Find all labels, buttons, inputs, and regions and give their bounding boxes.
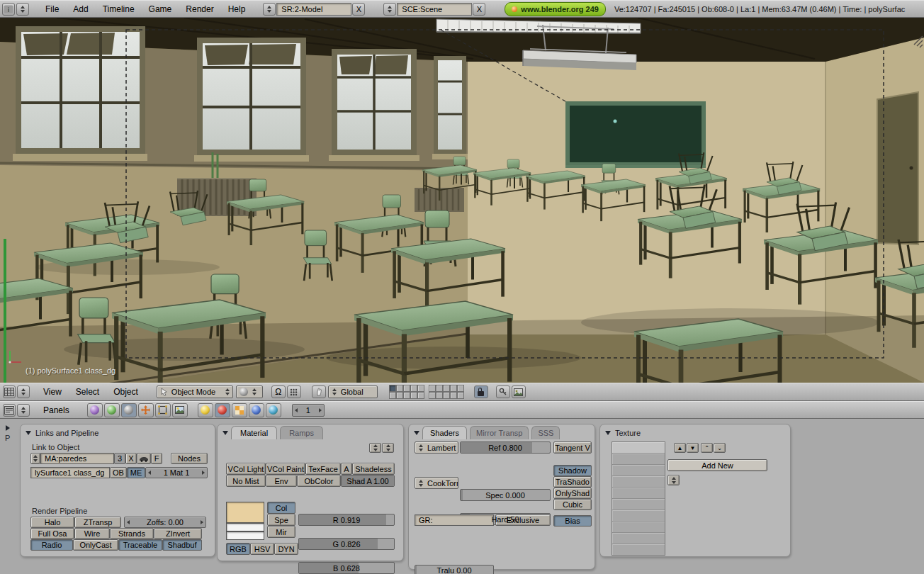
object-name-field[interactable]: lySurface1 class_dg [30,467,110,478]
lamp-buttons-button[interactable] [198,403,213,417]
add-new-texture-button[interactable]: Add New [667,459,767,471]
header-collapse-button[interactable] [17,386,30,398]
texture-prev-button[interactable]: ⌃ [701,443,713,453]
layer-cell[interactable] [450,385,457,392]
halo-toggle[interactable]: Halo [30,517,74,528]
panel-collapse-triangle[interactable] [605,431,611,435]
shadow-toggle[interactable]: Shadow [553,465,592,476]
layer-cell[interactable] [389,392,396,399]
texture-slot[interactable] [612,442,665,454]
menu-help[interactable]: Help [221,1,253,17]
onlyshad-toggle[interactable]: OnlyShad [553,488,592,499]
screen-browse-button[interactable] [263,3,276,16]
texture-slot[interactable] [612,476,665,488]
texture-move-up-button[interactable]: ▲ [674,443,686,453]
tab-material[interactable]: Material [231,426,277,439]
draw-type-dropdown[interactable] [236,386,263,398]
material-unlink-button[interactable]: X [125,453,137,464]
layer-cell[interactable] [389,385,396,392]
layer-cell[interactable] [443,392,450,399]
layer-cell[interactable] [396,392,403,399]
preview-panel-collapsed[interactable]: P [5,425,10,442]
info-editor-icon[interactable]: i [2,3,15,16]
cubic-toggle[interactable]: Cubic [553,499,592,510]
texture-slot[interactable] [612,533,665,544]
material-up-down-button-2[interactable] [382,443,394,453]
layer-buttons-2[interactable] [429,385,464,399]
layer-cell[interactable] [396,385,403,392]
menu-render[interactable]: Render [179,1,220,17]
specular-shader-dropdown[interactable]: CookTorr [415,477,458,489]
texture-slot[interactable] [612,454,665,465]
wire-toggle[interactable]: Wire [74,528,110,539]
frame-number-stepper[interactable]: 1 [292,404,325,417]
menu-add[interactable]: Add [66,1,95,17]
mirror-color-swatch[interactable] [226,531,264,540]
g-slider[interactable]: G 0.826 [298,538,395,550]
texture-slot[interactable] [612,544,665,555]
tab-shaders[interactable]: Shaders [422,426,467,439]
texture-move-down-button[interactable]: ▼ [687,443,699,453]
texface-toggle[interactable]: TexFace [305,463,341,475]
full-osa-toggle[interactable]: Full Osa [30,528,74,539]
material-buttons-button[interactable] [215,403,230,417]
shadbuf-toggle[interactable]: Shadbuf [162,539,202,551]
a-toggle[interactable]: A [341,463,352,475]
header-collapse-button[interactable] [16,3,29,16]
menu-view[interactable]: View [36,383,69,400]
tab-ramps[interactable]: Ramps [280,426,323,439]
col-radio[interactable]: Col [267,502,295,514]
panel-collapse-triangle[interactable] [26,431,31,435]
shading-context-button[interactable] [121,403,137,417]
layer-cell[interactable] [410,385,417,392]
texture-browse-button[interactable] [667,475,680,485]
auto-name-button[interactable] [137,453,151,464]
render-preview-button[interactable] [512,386,526,398]
panel-collapse-triangle[interactable] [414,431,419,435]
layer-cell[interactable] [403,392,410,399]
stepper-left-arrow-icon[interactable] [148,471,151,475]
layer-cell[interactable] [457,385,464,392]
layer-cell[interactable] [410,392,417,399]
dyn-mode-toggle[interactable]: DYN [274,543,298,555]
tralu-slider[interactable]: Tralu 0.00 [415,565,494,574]
menu-game[interactable]: Game [142,1,179,17]
stepper-left-arrow-icon[interactable] [295,408,298,412]
env-toggle[interactable]: Env [266,475,297,487]
texture-slot[interactable] [612,522,665,533]
scene-name-field[interactable]: SCE:Scene [397,3,472,16]
spe-radio[interactable]: Spe [267,514,295,526]
ztransp-toggle[interactable]: ZTransp [74,517,121,528]
shad-a-slider[interactable]: Shad A 1.00 [341,475,395,487]
scene-browse-button[interactable] [383,3,396,16]
material-browse-button[interactable] [30,453,40,464]
world-buttons-button[interactable] [266,403,281,417]
no-mist-toggle[interactable]: No Mist [226,475,266,487]
texture-next-button[interactable]: ⌄ [714,443,726,453]
orientation-dropdown[interactable]: Global [328,386,378,398]
panel-collapse-triangle[interactable] [222,431,228,435]
obcolor-toggle[interactable]: ObColor [297,475,341,487]
me-toggle[interactable]: ME [127,467,145,478]
material-up-down-button-1[interactable] [369,443,381,453]
layer-cell[interactable] [417,392,424,399]
layer-cell[interactable] [436,392,443,399]
layer-cell[interactable] [443,385,450,392]
snap-grid-button[interactable] [287,386,301,398]
mode-dropdown[interactable]: Object Mode [157,386,233,398]
shadeless-toggle[interactable]: Shadeless [352,463,395,475]
scene-context-button[interactable] [172,403,188,417]
layer-cell[interactable] [429,385,436,392]
header-collapse-button[interactable] [17,404,30,417]
diffuse-color-swatch[interactable] [226,502,264,523]
spec-slider[interactable]: Spec 0.000 [460,489,551,501]
layer-cell[interactable] [450,392,457,399]
texture-slot[interactable] [612,488,665,499]
layer-cell[interactable] [436,385,443,392]
diffuse-shader-dropdown[interactable]: Lambert [415,441,458,454]
view3d-editor-icon[interactable] [3,386,16,398]
menu-select[interactable]: Select [69,383,106,400]
zoffs-number[interactable]: Zoffs: 0.00 [124,517,206,528]
mir-radio[interactable]: Mir [267,526,295,538]
screen-delete-button[interactable]: X [352,3,365,16]
